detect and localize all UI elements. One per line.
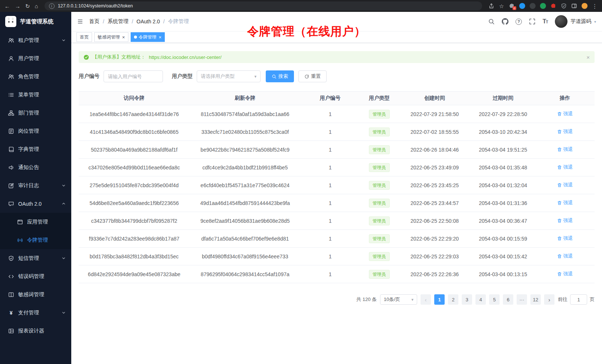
- puzzle-extensions-icon[interactable]: [550, 3, 556, 9]
- tab-sensitive-word[interactable]: 敏感词管理 ×: [94, 32, 128, 42]
- breadcrumb-current: 令牌管理: [168, 18, 189, 25]
- sidebar-item-oauth2[interactable]: OAuth 2.0: [0, 195, 71, 213]
- sidebar-item-app-management[interactable]: 应用管理: [0, 213, 71, 231]
- user-type-badge: 管理员: [369, 216, 390, 225]
- breadcrumb-system[interactable]: 系统管理: [108, 18, 128, 25]
- address-bar[interactable]: i 127.0.0.1:1024/system/oauth2/token: [45, 1, 482, 10]
- page-size-select[interactable]: 10条/页 ▾: [380, 294, 417, 305]
- back-button[interactable]: ←: [4, 3, 10, 9]
- table-row: 502375b8040a469a9b82188afdf6af1f be90422…: [79, 141, 595, 159]
- sidebar-toggle-icon[interactable]: [571, 3, 577, 9]
- force-logout-button[interactable]: 强退: [557, 217, 573, 224]
- help-icon[interactable]: ?: [516, 19, 522, 25]
- pagination: 共 120 条 10条/页 ▾ ‹ 1 2 3 4 5 6 ··· 12 › 前…: [79, 294, 595, 305]
- page-button-4[interactable]: 4: [475, 294, 486, 305]
- force-logout-button[interactable]: 强退: [557, 235, 573, 242]
- chevron-down-icon: [62, 256, 66, 260]
- page-button-5[interactable]: 5: [489, 294, 500, 305]
- breadcrumb: 首页 / 系统管理 / OAuth 2.0 / 令牌管理: [89, 18, 189, 25]
- page-button-12[interactable]: 12: [530, 294, 541, 305]
- sidebar-item-pay[interactable]: ¥ 支付管理: [0, 304, 71, 322]
- trash-icon: [557, 183, 562, 188]
- table-row: c347026e805e4d99b0d116eae66eda8c cdfc4ce…: [79, 159, 595, 176]
- breadcrumb-home[interactable]: 首页: [89, 18, 99, 25]
- more-pages-button[interactable]: ···: [517, 294, 527, 305]
- fullscreen-icon[interactable]: [529, 18, 536, 25]
- tab-token[interactable]: 令牌管理 ×: [131, 32, 165, 42]
- force-logout-button[interactable]: 强退: [557, 128, 573, 135]
- app-logo-area[interactable]: 芋道管理系统: [0, 12, 71, 31]
- user-id-input[interactable]: [104, 70, 163, 82]
- shield-extension-icon[interactable]: [561, 3, 567, 9]
- green-extension-icon[interactable]: [540, 3, 546, 9]
- sidebar-item-error-code[interactable]: 错误码管理: [0, 267, 71, 285]
- breadcrumb-oauth2[interactable]: OAuth 2.0: [137, 19, 160, 24]
- force-logout-button[interactable]: 强退: [557, 271, 573, 277]
- dark-extension-icon[interactable]: [530, 3, 536, 9]
- sidebar-item-post[interactable]: 岗位管理: [0, 122, 71, 140]
- goto-page-input[interactable]: [570, 294, 587, 305]
- blue-extension-icon[interactable]: [519, 3, 525, 9]
- sidebar-item-dept[interactable]: 部门管理: [0, 104, 71, 122]
- user-type-select[interactable]: 请选择用户类型 ▾: [197, 70, 261, 82]
- page-button-6[interactable]: 6: [503, 294, 513, 305]
- sidebar-item-tenant[interactable]: 租户管理: [0, 31, 71, 49]
- sidebar-item-token-management[interactable]: 令牌管理: [0, 231, 71, 249]
- page-content: 【用户体系】文档地址： https://doc.iocoder.cn/user-…: [71, 43, 602, 364]
- sidebar-item-report-designer[interactable]: 报表设计器: [0, 322, 71, 340]
- close-icon[interactable]: ×: [122, 35, 125, 40]
- search-button[interactable]: 搜索: [266, 70, 294, 82]
- prev-page-button[interactable]: ‹: [421, 294, 431, 305]
- user-type-badge: 管理员: [369, 128, 390, 136]
- share-icon[interactable]: [488, 3, 494, 9]
- sidebar-item-menu[interactable]: 菜单管理: [0, 86, 71, 104]
- sidebar-item-role[interactable]: 角色管理: [0, 67, 71, 86]
- force-logout-button[interactable]: 强退: [557, 110, 573, 117]
- sidebar-item-sms[interactable]: 短信管理: [0, 249, 71, 267]
- github-icon[interactable]: [502, 18, 508, 25]
- page-button-2[interactable]: 2: [448, 294, 458, 305]
- force-logout-button[interactable]: 强退: [557, 164, 573, 171]
- page-button-1[interactable]: 1: [434, 294, 445, 305]
- forward-button[interactable]: →: [15, 3, 20, 9]
- reset-button[interactable]: 重置: [298, 70, 327, 82]
- font-size-icon[interactable]: TT: [543, 18, 548, 25]
- table-row: 1ea5e44f8bc1467aaede43144f31de76 811c530…: [79, 105, 595, 123]
- force-logout-button[interactable]: 强退: [557, 146, 573, 153]
- reload-button[interactable]: ↻: [25, 3, 30, 9]
- site-info-icon[interactable]: i: [49, 3, 55, 9]
- users-icon: [8, 74, 14, 80]
- user-type-label: 用户类型: [172, 73, 193, 80]
- trash-icon: [557, 165, 562, 170]
- close-icon[interactable]: ×: [586, 54, 590, 60]
- doc-alert: 【用户体系】文档地址： https://doc.iocoder.cn/user-…: [79, 51, 595, 63]
- user-icon: [8, 56, 14, 62]
- bookmark-star-icon[interactable]: ☆: [499, 3, 504, 9]
- force-logout-button[interactable]: 强退: [557, 182, 573, 188]
- sidebar-item-sensitive-word[interactable]: 敏感词管理: [0, 285, 71, 304]
- user-menu[interactable]: 芋道源码 ▾: [555, 15, 596, 28]
- doc-link[interactable]: https://doc.iocoder.cn/user-center/: [149, 54, 222, 60]
- sidebar-item-dict[interactable]: 字典管理: [0, 140, 71, 158]
- sidebar-item-audit-log[interactable]: 审计日志: [0, 176, 71, 195]
- sidebar-item-user[interactable]: 用户管理: [0, 49, 71, 67]
- home-button[interactable]: ⌂: [35, 3, 38, 9]
- user-type-badge: 管理员: [369, 234, 390, 243]
- shield-icon: [8, 255, 14, 261]
- menu-fold-icon[interactable]: [77, 19, 83, 24]
- close-icon[interactable]: ×: [159, 35, 162, 40]
- force-logout-button[interactable]: 强退: [557, 253, 573, 259]
- tab-home[interactable]: 首页: [76, 32, 92, 42]
- sidebar-item-notice[interactable]: 通知公告: [0, 158, 71, 176]
- search-icon[interactable]: [488, 18, 495, 25]
- table-row: 41c41346a548490f9dc8b01c6bfe0865 333ecfc…: [79, 123, 595, 141]
- user-type-badge: 管理员: [369, 145, 390, 154]
- next-page-button[interactable]: ›: [544, 294, 554, 305]
- badged-extension-icon[interactable]: 0: [509, 3, 515, 9]
- col-user-id: 用户编号: [301, 92, 360, 105]
- table-row: f9336e7c7dd242a283ee98dc86b17a87 dfa6c71…: [79, 230, 595, 248]
- page-button-3[interactable]: 3: [462, 294, 472, 305]
- browser-menu-icon[interactable]: ⋮: [592, 3, 598, 9]
- profile-avatar-icon[interactable]: [582, 3, 588, 9]
- force-logout-button[interactable]: 强退: [557, 199, 573, 206]
